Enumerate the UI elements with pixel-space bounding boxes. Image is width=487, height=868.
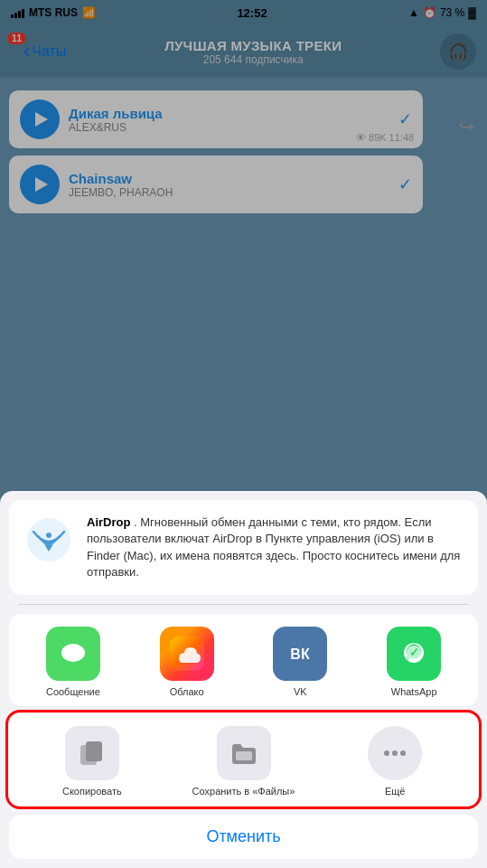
vk-app-icon: ВК <box>273 627 327 681</box>
svg-point-17 <box>400 750 406 756</box>
whatsapp-app-icon: ✓ <box>387 627 441 681</box>
save-files-icon <box>217 726 271 780</box>
svg-point-1 <box>46 533 52 538</box>
airdrop-desc-text: . Мгновенный обмен данными с теми, кто р… <box>87 515 460 579</box>
vk-app-label: VK <box>294 686 307 697</box>
svg-point-3 <box>61 644 85 662</box>
airdrop-description: AirDrop . Мгновенный обмен данными с тем… <box>87 514 464 580</box>
airdrop-title: AirDrop <box>87 515 130 529</box>
more-label: Ещё <box>385 786 406 797</box>
messages-app-icon <box>46 627 100 681</box>
action-more[interactable]: Ещё <box>319 726 471 797</box>
airdrop-section: AirDrop . Мгновенный обмен данными с тем… <box>9 500 478 595</box>
copy-label: Скопировать <box>62 786 122 797</box>
svg-rect-13 <box>86 741 102 761</box>
app-item-messages[interactable]: Сообщение <box>16 627 130 697</box>
actions-row: Скопировать Сохранить в «Файлы» Ещё <box>9 713 478 806</box>
airdrop-icon <box>23 514 74 565</box>
action-save-files[interactable]: Сохранить в «Файлы» <box>168 726 320 797</box>
more-icon <box>368 726 422 780</box>
svg-rect-14 <box>236 751 252 760</box>
whatsapp-app-label: WhatsApp <box>391 686 437 697</box>
apps-row: Сообщение Облако <box>9 614 478 706</box>
svg-text:✓: ✓ <box>409 646 419 659</box>
save-files-label: Сохранить в «Файлы» <box>192 786 295 797</box>
messages-app-label: Сообщение <box>46 686 100 697</box>
action-copy[interactable]: Скопировать <box>16 726 168 797</box>
copy-icon <box>65 726 119 780</box>
app-item-vk[interactable]: ВК VK <box>244 627 358 697</box>
app-item-whatsapp[interactable]: ✓ WhatsApp <box>357 627 471 697</box>
svg-point-16 <box>392 750 398 756</box>
svg-point-0 <box>27 518 70 561</box>
oblako-app-icon <box>160 627 214 681</box>
cancel-label: Отменить <box>206 827 280 845</box>
svg-text:ВК: ВК <box>291 646 311 662</box>
oblako-app-label: Облако <box>170 686 204 697</box>
divider <box>18 604 469 605</box>
app-item-oblako[interactable]: Облако <box>130 627 244 697</box>
svg-point-15 <box>384 750 389 756</box>
share-sheet: AirDrop . Мгновенный обмен данными с тем… <box>0 491 487 868</box>
cancel-button[interactable]: Отменить <box>9 815 478 859</box>
